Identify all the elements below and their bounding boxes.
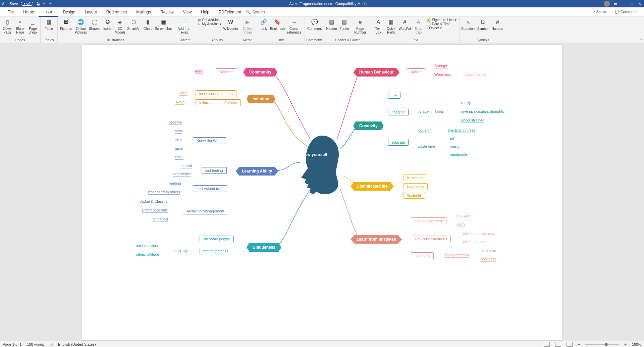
tab-help[interactable]: Help	[196, 8, 214, 16]
page-number-button[interactable]: #Page Number	[351, 17, 369, 35]
node-general: General	[216, 68, 236, 75]
table-button[interactable]: ▦Table	[42, 17, 56, 31]
number-button[interactable]: #Number	[490, 17, 504, 31]
ribbon-display-icon[interactable]: ▭	[613, 2, 618, 6]
comment-button[interactable]: 💬Comment	[308, 17, 322, 31]
date-time-button[interactable]: 🕒 Date & Time	[427, 22, 450, 26]
spellcheck-icon[interactable]: ▢	[49, 342, 53, 346]
save-icon[interactable]: 💾	[36, 2, 41, 6]
node-channels: other channels	[463, 240, 487, 244]
status-words[interactable]: 108 words	[27, 342, 44, 346]
close-icon[interactable]: ✕	[637, 2, 642, 6]
page-break-button[interactable]: ⎯Page Break	[27, 17, 39, 35]
node-inner: inner world of others	[196, 90, 236, 97]
screenshot-button[interactable]: ▣Screenshot	[154, 17, 172, 31]
tab-layout[interactable]: Layout	[80, 8, 102, 16]
share-button[interactable]: ↗ Share	[589, 9, 609, 15]
quickparts-button[interactable]: ▦Quick Parts	[385, 17, 397, 35]
node-community: Community	[243, 68, 277, 77]
status-page[interactable]: Page 1 of 1	[3, 342, 21, 346]
minimize-icon[interactable]: —	[621, 2, 626, 6]
add-from-files-button[interactable]: 📄Add from Files	[175, 17, 194, 35]
node-nature: Nature	[407, 68, 425, 75]
symbol-button[interactable]: ΩSymbol	[476, 17, 490, 31]
node-know-world: Know the World	[193, 137, 226, 144]
undo-icon[interactable]: ↶	[43, 2, 46, 6]
tab-file[interactable]: File	[3, 8, 18, 16]
my-addins-button[interactable]: ↻ My Add-ins ▾	[198, 22, 221, 26]
object-button[interactable]: ▫ Object ▾	[427, 26, 442, 30]
redo-icon[interactable]: ↷	[49, 2, 52, 6]
node-unknown: unknown	[481, 248, 496, 252]
node-archiving: Archiving Management	[183, 208, 228, 214]
link-button[interactable]: 🔗Link	[258, 17, 270, 31]
status-language[interactable]: English (United States)	[58, 342, 96, 346]
view-web-layout-icon[interactable]	[567, 342, 573, 347]
search-box[interactable]: 🔍 Search	[246, 10, 265, 14]
node-taste: taste	[175, 146, 183, 150]
search-icon: 🔍	[246, 10, 251, 14]
autosave-toggle[interactable]: ● Off	[21, 2, 34, 6]
document-page[interactable]: Know yourself Community General trend Im…	[82, 45, 562, 340]
node-creativity: Creativity	[353, 121, 384, 130]
smartart-button[interactable]: ⬡SmartArt	[127, 17, 141, 31]
icons-button[interactable]: ✪Icons	[101, 17, 113, 31]
node-nosame: No same people	[200, 236, 234, 242]
ribbon-insert: ▯Cover Page ▫Blank Page ⎯Page Break Page…	[0, 17, 644, 43]
dropcap-button[interactable]: A̲Drop Cap	[413, 17, 425, 35]
view-read-mode-icon[interactable]	[544, 342, 550, 347]
chart-button[interactable]: ▮Chart	[142, 17, 154, 31]
tab-home[interactable]: Home	[18, 8, 39, 16]
node-complicated: Complicated life	[351, 182, 394, 191]
shapes-button[interactable]: ◯Shapes	[89, 17, 101, 31]
bookmark-button[interactable]: 🔖Bookmark	[270, 17, 284, 31]
pictures-button[interactable]: 🖼Pictures	[59, 17, 73, 31]
tab-review[interactable]: Review	[156, 8, 178, 16]
tab-references[interactable]: References	[102, 8, 131, 16]
textbox-button[interactable]: AText Box	[372, 17, 384, 35]
zoom-out-button[interactable]: −	[578, 342, 580, 346]
tab-pdfelement[interactable]: PDFelement	[214, 8, 246, 16]
crossref-button[interactable]: ↔Cross-reference	[285, 17, 303, 35]
collapse-ribbon-icon[interactable]: ˄	[640, 38, 642, 42]
node-imitation: Imitation	[247, 95, 275, 103]
tab-mailings[interactable]: Mailings	[131, 8, 156, 16]
view-print-layout-icon[interactable]	[555, 342, 561, 347]
online-pictures-button[interactable]: 🌐Online Pictures	[74, 17, 88, 35]
node-avoid: Avoid	[175, 100, 184, 104]
wikipedia-button[interactable]: WWikipedia	[223, 17, 237, 31]
node-experience: experience	[173, 172, 191, 176]
node-focus: focus on	[418, 128, 432, 132]
get-addins-button[interactable]: ⊞ Get Add-ins	[198, 18, 219, 22]
3d-models-button[interactable]: ◈3D Models	[114, 17, 126, 35]
signature-line-button[interactable]: ✍ Signature Line ▾	[427, 18, 457, 22]
document-canvas[interactable]: Know yourself Community General trend Im…	[0, 43, 644, 341]
node-fluctuate: fluctuate	[404, 192, 425, 199]
node-lessons: lessons from others	[148, 190, 180, 194]
tab-insert[interactable]: Insert	[39, 7, 58, 17]
autosave-label: AutoSave	[2, 2, 18, 6]
comments-button[interactable]: 💬 Comments	[612, 9, 641, 15]
zoom-slider[interactable]	[585, 344, 619, 345]
zoom-in-button[interactable]: +	[624, 342, 626, 346]
wordart-button[interactable]: AWordArt	[398, 17, 412, 31]
node-switch: switch another ways	[463, 232, 496, 236]
node-understand: understand truth	[193, 185, 227, 192]
header-button[interactable]: ▤Header	[326, 17, 338, 31]
online-video-button[interactable]: ▶Online Video	[240, 17, 255, 35]
equation-button[interactable]: πEquation	[461, 17, 475, 31]
cover-page-button[interactable]: ▯Cover Page	[1, 17, 13, 35]
user-avatar-icon[interactable]	[604, 1, 610, 7]
zoom-level[interactable]: 160%	[632, 342, 641, 346]
node-selfimprove: self-improvement	[411, 217, 446, 224]
status-bar: Page 1 of 1 108 words ▢ English (United …	[0, 341, 644, 347]
node-frustration: frustration	[404, 175, 427, 181]
title-bar: AutoSave ● Off 💾 ↶ ↷ Avoid Fragmentation…	[0, 0, 644, 7]
center-label: Know yourself	[300, 152, 327, 157]
maximize-icon[interactable]: ◻	[629, 2, 634, 6]
tab-view[interactable]: View	[178, 8, 197, 16]
blank-page-button[interactable]: ▫Blank Page	[14, 17, 26, 35]
tab-design[interactable]: Design	[58, 8, 80, 16]
node-reading: reading	[169, 181, 181, 185]
footer-button[interactable]: ▤Footer	[338, 17, 351, 31]
